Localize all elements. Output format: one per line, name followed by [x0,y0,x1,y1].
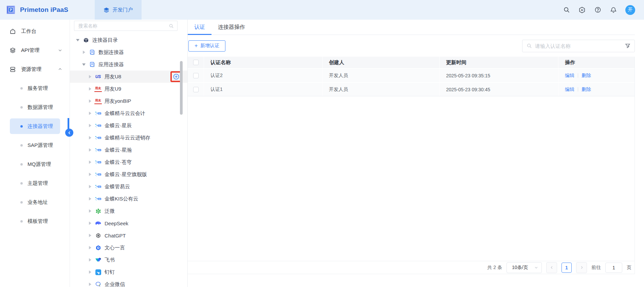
api-layers-icon [10,47,16,54]
search-icon[interactable] [563,6,570,14]
deepseek-logo-icon [94,220,102,226]
prev-page-button[interactable] [546,262,557,273]
chevron-collapsed-icon[interactable] [88,246,92,249]
chevron-down-icon [58,48,62,52]
tree-search-input[interactable] [78,23,166,28]
kingdee-logo-icon [94,122,102,129]
tree-item-kingdee-guanyiyun[interactable]: 金蝶管易云 [70,180,187,193]
sidebar-item-topic-management[interactable]: 主题管理 [0,174,70,193]
sidebar-item-template-management[interactable]: 模板管理 [0,212,70,231]
tree-item-chatgpt[interactable]: ChatGPT [70,229,187,242]
tree-item-deepseek[interactable]: DeepSeek [70,217,187,229]
chevron-expanded-icon[interactable] [81,63,86,66]
chevron-collapsed-icon[interactable] [88,112,92,115]
sidebar-item-connector-management[interactable]: 连接器管理 [0,117,70,136]
chevron-collapsed-icon[interactable] [88,160,92,164]
column-header-auth-name: 认证名称 [204,57,323,68]
notification-bell-icon[interactable] [610,6,617,14]
row-checkbox[interactable] [193,73,199,78]
svg-text:P: P [10,8,12,12]
select-all-checkbox[interactable] [193,60,199,65]
sidebar-item-business-address[interactable]: 业务地址 [0,193,70,212]
tree-item-weaver[interactable]: 泛微 [70,205,187,217]
delete-link[interactable]: 删除 [582,87,591,93]
tab-connector-operations[interactable]: 连接器操作 [211,20,252,35]
tree-item-yonyou-u8[interactable]: US 用友U8 [70,71,187,83]
chevron-collapsed-icon[interactable] [88,270,92,274]
tree-item-dingtalk[interactable]: 钉钉 [70,266,187,278]
chevron-collapsed-icon[interactable] [88,197,92,200]
tree-item-wenxin-yiyan[interactable]: 文心一言 [70,242,187,254]
tree-scrollbar-thumb[interactable] [180,61,183,115]
chevron-collapsed-icon[interactable] [88,87,92,91]
tree-item-data-connectors[interactable]: 数据连接器 [70,46,187,58]
brand-logo: P Primeton iPaaS [0,4,68,15]
tab-authentication[interactable]: 认证 [188,20,211,35]
sidebar-item-sap-source-management[interactable]: SAP源管理 [0,136,70,155]
connector-doc-icon [88,61,96,68]
tab-dev-portal[interactable]: 开发门户 [95,0,142,20]
tree-item-kingdee-jinxiaocun[interactable]: 金蝶精斗云云进销存 [70,132,187,144]
chevron-collapsed-icon[interactable] [88,173,92,176]
goto-page-input[interactable] [605,263,622,273]
bullet-icon [20,125,23,128]
sidebar-item-label: 工作台 [21,28,36,35]
chevron-collapsed-icon[interactable] [88,75,92,78]
tree-item-kingdee-kis-public-cloud[interactable]: 金蝶KIS公有云 [70,193,187,205]
add-connector-auth-button[interactable] [173,73,180,80]
sidebar-item-mq-source-management[interactable]: MQ源管理 [0,155,70,174]
tree-item-yonyou-u9[interactable]: 用友 用友U9 [70,83,187,95]
kingdee-logo-icon [94,159,102,165]
page-size-select[interactable]: 10条/页 [507,262,542,273]
tree-item-connector-catalog[interactable]: 连接器目录 [70,34,187,46]
chevron-collapsed-icon[interactable] [88,148,92,152]
sidebar-item-workbench[interactable]: 工作台 [0,22,70,41]
ai-assistant-icon[interactable]: AI [578,6,586,14]
edit-link[interactable]: 编辑 [565,87,574,93]
current-page-button[interactable]: 1 [562,263,572,273]
chevron-collapsed-icon[interactable] [88,136,92,139]
auth-search-input[interactable] [535,43,622,49]
chevron-collapsed-icon[interactable] [88,258,92,262]
tree-item-wecom[interactable]: 企业微信 [70,278,187,287]
auth-table-container: 认证名称 创建人 更新时间 操作 认证2 开发人员 2025-05-23 09:… [188,57,635,274]
sidebar-item-api-management[interactable]: API管理 [0,41,70,60]
collapse-panel-button[interactable] [65,129,73,137]
filter-funnel-icon[interactable] [625,43,630,49]
tree-item-kingdee-jingdouyun-kuaiji[interactable]: 金蝶精斗云云会计 [70,107,187,119]
chevron-collapsed-icon[interactable] [81,51,86,54]
sidebar-item-service-management[interactable]: 服务管理 [0,79,70,98]
next-page-button[interactable] [576,262,587,273]
user-avatar[interactable]: 开 [625,5,635,15]
chevron-collapsed-icon[interactable] [88,222,92,225]
chevron-collapsed-icon[interactable] [88,209,92,213]
sidebar-item-datasource-management[interactable]: 数据源管理 [0,98,70,117]
edit-link[interactable]: 编辑 [565,73,574,79]
tree-item-kingdee-xinghan[interactable]: 金蝶云·星瀚 [70,144,187,156]
row-checkbox[interactable] [193,87,199,92]
primeton-logo-icon: P [5,4,16,15]
tree-item-feishu[interactable]: 飞书 [70,254,187,266]
weaver-logo-icon [94,208,102,214]
delete-link[interactable]: 删除 [582,73,591,79]
chevron-collapsed-icon[interactable] [88,124,92,127]
add-auth-button[interactable]: + 新增认证 [188,40,225,52]
tree-item-app-connectors[interactable]: 应用连接器 [70,58,187,71]
sidebar-item-resource-management[interactable]: 资源管理 [0,60,70,79]
tree-item-yonyou-yonbip[interactable]: 用友 用友yonBIP [70,95,187,107]
chevron-collapsed-icon[interactable] [88,99,92,103]
chevron-down-icon [534,266,538,269]
column-header-creator: 创建人 [323,57,440,68]
chevron-collapsed-icon[interactable] [88,234,92,237]
help-icon[interactable] [594,6,601,14]
search-icon[interactable] [169,23,174,28]
bullet-icon [20,106,23,109]
chevron-collapsed-icon[interactable] [88,283,92,286]
tree-item-kingdee-xingkong-qijianban[interactable]: 金蝶云·星空旗舰版 [70,168,187,180]
tree-item-kingdee-cangqiong[interactable]: 金蝶云·苍穹 [70,156,187,168]
cell-actions: 编辑 删除 [558,68,634,82]
tree-item-kingdee-xingchen[interactable]: 金蝶云·星辰 [70,119,187,132]
connector-tree-panel: 连接器目录 数据连接器 应用连接器 US 用友U8 [70,20,188,287]
chevron-expanded-icon[interactable] [75,39,80,41]
chevron-collapsed-icon[interactable] [88,185,92,188]
